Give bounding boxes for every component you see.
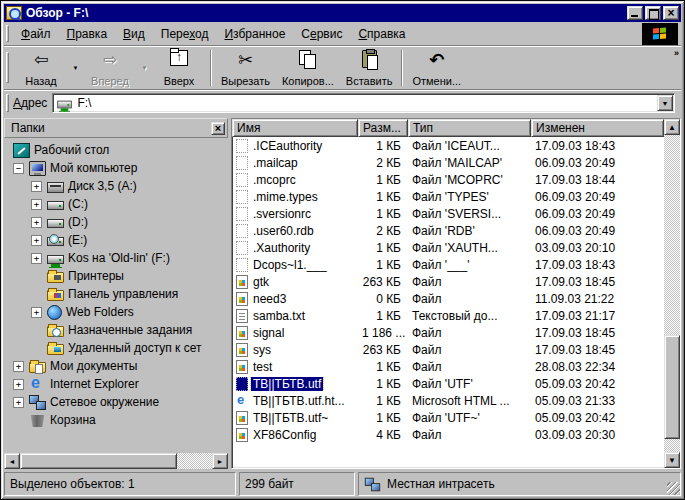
expand-box[interactable]: + bbox=[31, 217, 42, 228]
tree-item[interactable]: +Сетевое окружение bbox=[4, 393, 228, 411]
file-name-cell: signal bbox=[232, 326, 358, 340]
file-row[interactable]: .mailcap2 КБФайл 'MAILCAP'06.09.03 20:49 bbox=[232, 154, 664, 171]
explorer-app-icon[interactable] bbox=[6, 6, 22, 20]
file-row[interactable]: ТВ||ТБТВ.utf1 КБФайл 'UTF'05.09.03 20:42 bbox=[232, 375, 664, 392]
expand-box[interactable]: + bbox=[31, 181, 42, 192]
menu-item-file[interactable]: Файл bbox=[13, 24, 59, 44]
file-row[interactable]: ТВ||ТБТВ.utf.ht...1 КБMicrosoft HTML ...… bbox=[232, 392, 664, 409]
close-button[interactable]: × bbox=[663, 6, 679, 20]
scroll-track[interactable] bbox=[20, 453, 212, 469]
toolbar-up-button[interactable]: Вверх bbox=[151, 48, 207, 88]
file-row[interactable]: test1 КБФайл28.08.03 22:34 bbox=[232, 358, 664, 375]
scroll-up-button[interactable]: ▲ bbox=[664, 119, 680, 135]
tree-item[interactable]: +Web Folders bbox=[4, 303, 228, 321]
toolbar-forward-dropdown[interactable]: ▼ bbox=[138, 48, 151, 88]
menu-item-favorites[interactable]: Избранное bbox=[216, 24, 293, 44]
file-name: .mailcap bbox=[251, 156, 300, 170]
file-row[interactable]: .mcoprc1 КБФайл 'MCOPRC'17.09.03 18:44 bbox=[232, 171, 664, 188]
toolbar-chevron[interactable]: » bbox=[674, 48, 679, 58]
expand-box[interactable]: + bbox=[31, 199, 42, 210]
column-header-name[interactable]: Имя bbox=[232, 119, 358, 137]
toolbar-copy-button[interactable]: Копиров... bbox=[276, 48, 340, 88]
menu-item-view[interactable]: Вид bbox=[115, 24, 153, 44]
file-type: Microsoft HTML ... bbox=[408, 394, 531, 408]
address-combobox[interactable]: F:\ ▼ bbox=[52, 93, 675, 113]
expand-box[interactable]: + bbox=[13, 379, 24, 390]
scroll-right-button[interactable]: ► bbox=[212, 453, 228, 469]
file-row[interactable]: samba.txt1 КБТекстовый до...17.09.03 21:… bbox=[232, 307, 664, 324]
folders-close-button[interactable]: × bbox=[211, 122, 225, 135]
menu-item-edit[interactable]: Правка bbox=[59, 24, 116, 44]
tree-item[interactable]: +(E:) bbox=[4, 231, 228, 249]
resize-grip[interactable] bbox=[667, 482, 680, 495]
tree-horizontal-scrollbar[interactable]: ◄ ► bbox=[4, 453, 228, 469]
toolbar-back-dropdown[interactable]: ▼ bbox=[69, 48, 82, 88]
expand-box[interactable]: + bbox=[31, 307, 42, 318]
file-name-cell: .Xauthority bbox=[232, 241, 358, 255]
scroll-thumb[interactable] bbox=[20, 453, 177, 469]
tree-item[interactable]: Панель управления bbox=[4, 285, 228, 303]
toolbar-cut-button[interactable]: Вырезать bbox=[215, 48, 276, 88]
toolbar-undo-button[interactable]: Отмени... bbox=[406, 48, 467, 88]
tree-item[interactable]: +Kos на 'Old-lin' (F:) bbox=[4, 249, 228, 267]
address-dropdown-button[interactable]: ▼ bbox=[657, 95, 673, 111]
toolbar-buttons: Назад▼Вперед▼ВверхВырезатьКопиров...Вста… bbox=[13, 48, 467, 88]
tree-item[interactable]: Корзина bbox=[4, 411, 228, 429]
scroll-thumb[interactable] bbox=[664, 335, 680, 440]
menubar-grip[interactable] bbox=[6, 25, 9, 41]
file-row[interactable]: gtk263 КБФайл17.09.03 18:45 bbox=[232, 273, 664, 290]
hidden-file-icon bbox=[236, 224, 248, 238]
tree-item[interactable]: +Мои документы bbox=[4, 357, 228, 375]
menu-item-help[interactable]: Справка bbox=[350, 24, 413, 44]
tree-item-label: Kos на 'Old-lin' (F:) bbox=[68, 251, 170, 265]
recycle-icon bbox=[29, 415, 46, 427]
tree-item[interactable]: Принтеры bbox=[4, 267, 228, 285]
tree-item[interactable]: Рабочий стол bbox=[4, 141, 228, 159]
list-vertical-scrollbar[interactable]: ▲ ▼ bbox=[664, 119, 680, 468]
tree-item[interactable]: −Мой компьютер bbox=[4, 159, 228, 177]
tree-item[interactable]: Удаленный доступ к сет bbox=[4, 339, 228, 357]
file-row[interactable]: signal1 186 ...Файл17.09.03 18:45 bbox=[232, 324, 664, 341]
floppy-icon bbox=[47, 182, 64, 193]
column-header-modified[interactable]: Изменен bbox=[531, 119, 664, 137]
scroll-down-button[interactable]: ▼ bbox=[664, 452, 680, 468]
file-row[interactable]: ТВ||ТБТВ.utf~1 КБФайл 'UTF~'05.09.03 20:… bbox=[232, 409, 664, 426]
expand-box[interactable]: + bbox=[31, 235, 42, 246]
column-header-size[interactable]: Разм... bbox=[358, 119, 408, 137]
file-row[interactable]: .user60.rdb2 КБФайл 'RDB'06.09.03 20:49 bbox=[232, 222, 664, 239]
expand-box[interactable]: + bbox=[31, 253, 42, 264]
tree-item[interactable]: +(C:) bbox=[4, 195, 228, 213]
addressbar-grip[interactable] bbox=[6, 94, 9, 112]
tree-item[interactable]: Назначенные задания bbox=[4, 321, 228, 339]
collapse-box[interactable]: − bbox=[13, 163, 24, 174]
scroll-left-button[interactable]: ◄ bbox=[4, 453, 20, 469]
menu-item-tools[interactable]: Сервис bbox=[293, 24, 350, 44]
expand-box[interactable]: + bbox=[13, 397, 24, 408]
content-area: Папки × Рабочий стол−Мой компьютер+Диск … bbox=[4, 118, 681, 469]
file-row[interactable]: .sversionrc1 КБФайл 'SVERSI...06.09.03 2… bbox=[232, 205, 664, 222]
undo-icon bbox=[429, 50, 444, 70]
tree-item[interactable]: +(D:) bbox=[4, 213, 228, 231]
file-row[interactable]: Dcops~l1.___1 КБФайл '___'17.09.03 18:43 bbox=[232, 256, 664, 273]
file-row[interactable]: sys263 КБФайл17.09.03 18:45 bbox=[232, 341, 664, 358]
toolbar-grip[interactable] bbox=[6, 52, 9, 82]
toolbar-forward-button[interactable]: Вперед bbox=[82, 48, 138, 88]
window-title: Обзор - F:\ bbox=[26, 6, 625, 20]
toolbar-back-button[interactable]: Назад bbox=[13, 48, 69, 88]
menu-item-go[interactable]: Переход bbox=[153, 24, 217, 44]
maximize-button[interactable] bbox=[645, 6, 661, 20]
scroll-track[interactable] bbox=[664, 135, 680, 452]
expand-box[interactable]: + bbox=[13, 361, 24, 372]
file-row[interactable]: need30 КБФайл11.09.03 21:22 bbox=[232, 290, 664, 307]
file-size: 1 186 ... bbox=[358, 326, 408, 340]
file-row[interactable]: .mime.types1 КБФайл 'TYPES'06.09.03 20:4… bbox=[232, 188, 664, 205]
column-header-type[interactable]: Тип bbox=[408, 119, 531, 137]
file-row[interactable]: .Xauthority1 КБФайл 'XAUTH...03.09.03 20… bbox=[232, 239, 664, 256]
file-row[interactable]: .ICEauthority1 КБФайл 'ICEAUT...17.09.03… bbox=[232, 137, 664, 154]
toolbar-paste-button[interactable]: Вставить bbox=[340, 48, 399, 88]
toolbar-copy-label: Копиров... bbox=[282, 75, 334, 87]
file-row[interactable]: XF86Config4 КБФайл03.09.03 20:30 bbox=[232, 426, 664, 443]
tree-item[interactable]: +Диск 3,5 (A:) bbox=[4, 177, 228, 195]
minimize-button[interactable] bbox=[627, 6, 643, 20]
tree-item[interactable]: +Internet Explorer bbox=[4, 375, 228, 393]
